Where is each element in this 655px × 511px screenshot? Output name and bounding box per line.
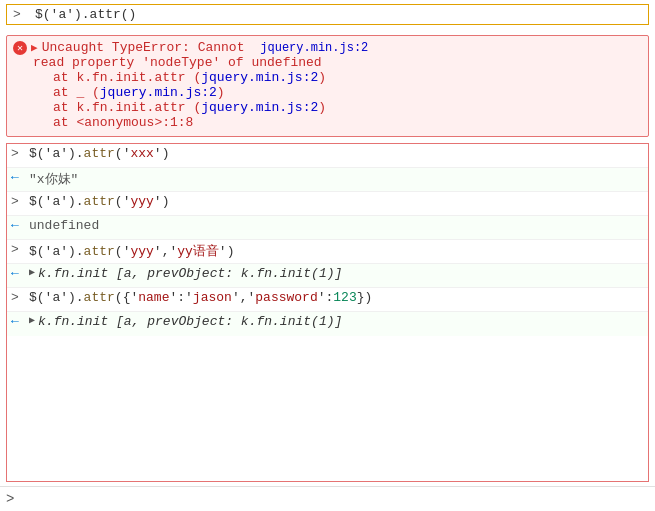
stack-line-2: at _ (jquery.min.js:2) (53, 85, 642, 100)
top-input-line[interactable]: > $('a').attr() (6, 4, 649, 25)
output-prompt-3: ← (11, 266, 23, 281)
input-row-1[interactable]: > $('a').attr('xxx') (7, 144, 648, 168)
expand-triangle-2[interactable]: ▶ (29, 314, 35, 326)
output-prompt-4: ← (11, 314, 23, 329)
error-block: ✕ ▶ Uncaught TypeError: Cannot jquery.mi… (6, 35, 649, 137)
input-code-3: $('a').attr('yyy','yy语音') (29, 242, 234, 260)
input-row-2[interactable]: > $('a').attr('yyy') (7, 192, 648, 216)
stack-line-4: at <anonymous>:1:8 (53, 115, 642, 130)
output-block: > $('a').attr('xxx') ← "x你妹" > $('a').at… (6, 143, 649, 482)
input-prompt-4: > (11, 290, 23, 305)
error-first-line: ✕ ▶ Uncaught TypeError: Cannot jquery.mi… (13, 40, 642, 55)
input-row-3[interactable]: > $('a').attr('yyy','yy语音') (7, 240, 648, 264)
stack-file-ref-1[interactable]: jquery.min.js:2 (201, 70, 318, 85)
error-file-ref-1[interactable]: jquery.min.js:2 (260, 41, 368, 55)
input-code-2: $('a').attr('yyy') (29, 194, 169, 209)
input-prompt-1: > (11, 146, 23, 161)
input-prompt-3: > (11, 242, 23, 257)
bottom-prompt: > (6, 491, 14, 507)
input-row-4[interactable]: > $('a').attr({'name':'jason','password'… (7, 288, 648, 312)
output-prompt-1: ← (11, 170, 23, 185)
expand-triangle-1[interactable]: ▶ (29, 266, 35, 278)
bottom-prompt-row[interactable]: > (0, 486, 655, 511)
stack-file-ref-3[interactable]: jquery.min.js:2 (201, 100, 318, 115)
error-stack: at k.fn.init.attr (jquery.min.js:2) at _… (13, 70, 642, 130)
error-main-text: Uncaught TypeError: Cannot jquery.min.js… (42, 40, 642, 55)
top-input-code: $('a').attr() (35, 7, 136, 22)
output-row-4: ← ▶ k.fn.init [a, prevObject: k.fn.init(… (7, 312, 648, 336)
error-icon: ✕ (13, 41, 27, 55)
output-object-1: k.fn.init [a, prevObject: k.fn.init(1)] (38, 266, 342, 281)
output-row-3: ← ▶ k.fn.init [a, prevObject: k.fn.init(… (7, 264, 648, 288)
stack-line-3: at k.fn.init.attr (jquery.min.js:2) (53, 100, 642, 115)
output-value-1: "x你妹" (29, 170, 78, 188)
output-row-2: ← undefined (7, 216, 648, 240)
console-wrapper: > $('a').attr() ✕ ▶ Uncaught TypeError: … (0, 0, 655, 511)
stack-file-ref-2[interactable]: jquery.min.js:2 (100, 85, 217, 100)
error-expand-arrow[interactable]: ▶ (31, 41, 38, 54)
output-row-1: ← "x你妹" (7, 168, 648, 192)
input-code-4: $('a').attr({'name':'jason','password':1… (29, 290, 372, 305)
stack-line-1: at k.fn.init.attr (jquery.min.js:2) (53, 70, 642, 85)
top-prompt: > (13, 7, 25, 22)
output-object-2: k.fn.init [a, prevObject: k.fn.init(1)] (38, 314, 342, 329)
error-line-2: read property 'nodeType' of undefined (13, 55, 642, 70)
input-prompt-2: > (11, 194, 23, 209)
output-value-2: undefined (29, 218, 99, 233)
output-prompt-2: ← (11, 218, 23, 233)
input-code-1: $('a').attr('xxx') (29, 146, 169, 161)
